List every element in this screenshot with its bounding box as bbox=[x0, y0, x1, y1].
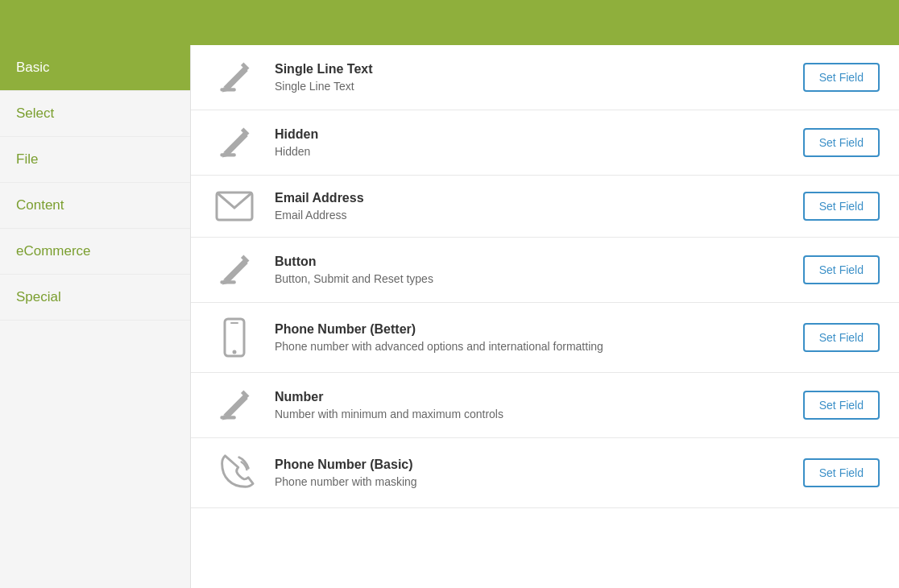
sidebar-item-basic[interactable]: Basic bbox=[0, 45, 190, 91]
field-info-number: NumberNumber with minimum and maximum co… bbox=[275, 390, 787, 420]
field-info-hidden: HiddenHidden bbox=[275, 127, 787, 158]
field-name-single-line-text: Single Line Text bbox=[275, 62, 787, 77]
pencil-icon bbox=[210, 387, 259, 423]
field-row-phone-number-basic: Phone Number (Basic)Phone number with ma… bbox=[191, 438, 899, 508]
pencil-icon bbox=[210, 60, 259, 95]
field-name-number: Number bbox=[275, 390, 787, 404]
svg-rect-15 bbox=[230, 322, 238, 324]
field-desc-button: Button, Submit and Reset types bbox=[275, 272, 787, 285]
set-field-button-number[interactable]: Set Field bbox=[803, 391, 880, 420]
svg-marker-1 bbox=[224, 67, 248, 91]
field-row-hidden: HiddenHiddenSet Field bbox=[191, 110, 899, 176]
field-desc-hidden: Hidden bbox=[275, 145, 787, 158]
field-desc-single-line-text: Single Line Text bbox=[275, 80, 787, 93]
field-row-phone-number-better: Phone Number (Better)Phone number with a… bbox=[191, 303, 899, 373]
set-field-button-button[interactable]: Set Field bbox=[803, 255, 880, 284]
pencil-icon bbox=[210, 125, 259, 160]
field-row-number: NumberNumber with minimum and maximum co… bbox=[191, 373, 899, 438]
sidebar-item-file[interactable]: File bbox=[0, 137, 190, 183]
mobile-icon bbox=[210, 317, 259, 358]
field-info-email-address: Email AddressEmail Address bbox=[275, 191, 787, 222]
field-info-button: ButtonButton, Submit and Reset types bbox=[275, 255, 787, 285]
sidebar: BasicSelectFileContenteCommerceSpecial bbox=[0, 45, 191, 588]
svg-marker-10 bbox=[224, 259, 248, 284]
set-field-button-hidden[interactable]: Set Field bbox=[803, 128, 880, 157]
field-row-email-address: Email AddressEmail AddressSet Field bbox=[191, 176, 899, 238]
field-row-button: ButtonButton, Submit and Reset typesSet … bbox=[191, 238, 899, 303]
sidebar-item-content[interactable]: Content bbox=[0, 183, 190, 229]
field-name-phone-number-basic: Phone Number (Basic) bbox=[275, 458, 787, 472]
field-name-phone-number-better: Phone Number (Better) bbox=[275, 322, 787, 337]
close-button[interactable] bbox=[876, 19, 883, 26]
sidebar-item-special[interactable]: Special bbox=[0, 275, 190, 321]
modal-body: BasicSelectFileContenteCommerceSpecial S… bbox=[0, 45, 899, 588]
field-desc-number: Number with minimum and maximum controls bbox=[275, 408, 787, 420]
fields-list: Single Line TextSingle Line TextSet Fiel… bbox=[191, 45, 899, 588]
field-name-email-address: Email Address bbox=[275, 191, 787, 205]
phone-wave-icon bbox=[210, 453, 259, 493]
field-name-hidden: Hidden bbox=[275, 127, 787, 142]
modal-header bbox=[0, 0, 899, 45]
svg-point-14 bbox=[233, 350, 237, 354]
field-info-phone-number-better: Phone Number (Better)Phone number with a… bbox=[275, 322, 787, 353]
pencil-icon bbox=[210, 252, 259, 288]
field-desc-phone-number-better: Phone number with advanced options and i… bbox=[275, 340, 787, 353]
sidebar-item-select[interactable]: Select bbox=[0, 91, 190, 137]
fields-modal: BasicSelectFileContenteCommerceSpecial S… bbox=[0, 0, 899, 588]
envelope-icon bbox=[210, 190, 259, 222]
set-field-button-email-address[interactable]: Set Field bbox=[803, 192, 880, 221]
field-name-button: Button bbox=[275, 255, 787, 269]
svg-marker-5 bbox=[224, 132, 248, 156]
set-field-button-single-line-text[interactable]: Set Field bbox=[803, 63, 880, 92]
set-field-button-phone-number-better[interactable]: Set Field bbox=[803, 323, 880, 352]
set-field-button-phone-number-basic[interactable]: Set Field bbox=[803, 458, 880, 487]
field-row-single-line-text: Single Line TextSingle Line TextSet Fiel… bbox=[191, 45, 899, 110]
sidebar-item-ecommerce[interactable]: eCommerce bbox=[0, 229, 190, 275]
svg-marker-17 bbox=[224, 395, 248, 419]
field-info-phone-number-basic: Phone Number (Basic)Phone number with ma… bbox=[275, 458, 787, 488]
field-desc-email-address: Email Address bbox=[275, 209, 787, 222]
field-desc-phone-number-basic: Phone number with masking bbox=[275, 475, 787, 488]
field-info-single-line-text: Single Line TextSingle Line Text bbox=[275, 62, 787, 93]
